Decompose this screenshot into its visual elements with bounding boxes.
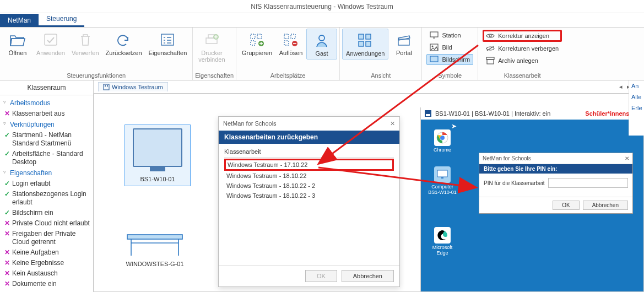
svg-rect-9 [284, 34, 289, 39]
exam-list-item[interactable]: Windows Testraum - 18.10.22 - 3 [224, 191, 394, 201]
svg-rect-26 [104, 84, 109, 90]
tree-item-label: Login erlaubt [12, 180, 50, 187]
printer-button: Drucker verbinden [195, 29, 228, 65]
hide-corrections-label: Korrekturen verbergen [498, 45, 559, 52]
group-label: Gruppieren [242, 50, 272, 56]
svg-rect-27 [105, 85, 106, 86]
dialog-close-icon[interactable]: ✕ [390, 120, 395, 127]
tree-item-label: Arbeitsfläche - Standard Desktop [12, 150, 83, 166]
check-icon: ✓ [3, 180, 11, 188]
device-workstation[interactable]: BS1-W10-01 [125, 125, 191, 186]
desktop-icon-chrome[interactable]: Chrome [426, 129, 458, 153]
classroom-tree: Arbeitsmodus✕Klassenarbeit ausVerknüpfun… [0, 95, 93, 292]
room-canvas[interactable]: BS1-W10-01 WINDOWSTES-G-01 NetMan for Sc… [94, 94, 644, 292]
eye-off-icon [486, 44, 495, 53]
station-button[interactable]: Station [426, 30, 473, 41]
svg-rect-17 [366, 41, 371, 46]
tree-item[interactable]: ✕Keine Ergebnisse [2, 258, 93, 268]
tree-item[interactable]: ✓Stationsbezogenes Login erlaubt [2, 189, 93, 208]
portal-label: Portal [396, 50, 412, 56]
tree-item-label: Bildschirm ein [12, 209, 53, 217]
clapboard-icon [395, 31, 413, 48]
tree-item[interactable]: ✓Bildschirm ein [2, 208, 93, 218]
tree-item[interactable]: ✓Login erlaubt [2, 179, 93, 189]
desktop-icon-computer[interactable]: Computer BS1-W10-01 [426, 166, 458, 195]
check-icon: ✓ [3, 190, 11, 198]
check-icon: ✓ [3, 209, 11, 217]
guest-label: Gast [315, 50, 328, 57]
right-panel-alle[interactable]: Alle [629, 91, 644, 102]
edge-label: Microsoft Edge [426, 245, 458, 256]
open-button[interactable]: Öffnen [2, 29, 33, 58]
pin-close-icon[interactable]: ✕ [625, 155, 629, 161]
svg-rect-0 [45, 34, 57, 45]
apps-button[interactable]: Anwendungen [342, 29, 388, 60]
document-tabs: Windows Testraum ◂ ▸ ✕ [94, 80, 644, 94]
screen-button[interactable]: Bildschirm [426, 54, 473, 65]
tree-group-title[interactable]: Arbeitsmodus [2, 98, 93, 109]
tree-item[interactable]: ✕Keine Aufgaben [2, 247, 93, 258]
ungroup-button[interactable]: Auflösen [275, 29, 306, 58]
svg-rect-14 [359, 34, 364, 39]
right-panel-erle[interactable]: Erle [629, 102, 644, 113]
group-symbole-label: Symbole [424, 71, 475, 80]
printer-plus-icon [203, 31, 220, 48]
hide-corrections-button[interactable]: Korrekturen verbergen [483, 43, 562, 54]
room-icon [103, 84, 110, 90]
reset-button[interactable]: Zurücksetzen [102, 29, 145, 58]
tree-item[interactable]: ✕Freigaben der Private Cloud getrennt [2, 229, 93, 247]
properties-button[interactable]: Eigenschaften [145, 29, 191, 58]
main-area: Windows Testraum ◂ ▸ ✕ BS1-W10-01 W [94, 80, 644, 292]
cursor-icon: ➤ [451, 122, 457, 130]
tree-item[interactable]: ✕Kein Austausch [2, 268, 93, 279]
tree-item[interactable]: ✓Arbeitsfläche - Standard Desktop [2, 149, 93, 167]
device-desk[interactable]: WINDOWSTES-G-01 [122, 232, 188, 267]
doc-tab-testraum[interactable]: Windows Testraum [98, 82, 168, 91]
show-correction-button[interactable]: Korrektur anzeigen [483, 30, 562, 42]
tree-group-title[interactable]: Verknüpfungen [2, 119, 93, 130]
tree-item[interactable]: ✓Startmenü - NetMan Standard Startmenü [2, 130, 93, 149]
tree-group-title[interactable]: Eigenschaften [2, 167, 93, 179]
tree-item-label: Keine Ergebnisse [12, 259, 64, 267]
tab-steuerung[interactable]: Steuerung [39, 12, 84, 27]
group-eigenschaften-label: Eigenschaften [195, 71, 234, 80]
device-ws-label: BS1-W10-01 [128, 176, 187, 182]
archive-button[interactable]: Archiv anlegen [483, 55, 562, 66]
ribbon: Öffnen Anwenden Verwerfen Zurücksetzen [0, 28, 644, 80]
tree-item[interactable]: ✕Private Cloud nicht erlaubt [2, 218, 93, 229]
ungroup-label: Auflösen [279, 50, 303, 56]
pin-cancel-button[interactable]: Abbrechen [583, 201, 628, 210]
svg-point-23 [489, 35, 491, 37]
group-arbeitsplaetze-label: Arbeitsplätze [239, 71, 337, 80]
portal-button[interactable]: Portal [388, 29, 419, 58]
printer-label: Drucker verbinden [198, 50, 225, 63]
image-button[interactable]: Bild [426, 42, 473, 53]
checklist-icon [159, 31, 176, 48]
dialog-cancel-button[interactable]: Abbrechen [342, 270, 394, 282]
tab-netman[interactable]: NetMan [0, 14, 39, 27]
tree-item-label: Dokumente ein [12, 280, 57, 288]
tree-item[interactable]: ✕Klassenarbeit aus [2, 109, 93, 119]
cross-icon: ✕ [3, 259, 11, 267]
guest-button[interactable]: Gast [306, 29, 337, 60]
dialog-ok-button[interactable]: OK [305, 270, 337, 282]
nav-prev-icon[interactable]: ◂ [619, 83, 623, 90]
dialog-frame-title: NetMan for Schools [223, 120, 277, 127]
cross-icon: ✕ [3, 269, 11, 278]
desktop-icon-edge[interactable]: Microsoft Edge [426, 227, 458, 256]
svg-rect-10 [291, 34, 295, 39]
pin-input[interactable] [548, 178, 628, 188]
exam-list-item[interactable]: Windows Testraum - 17.10.22 [224, 159, 394, 171]
screen-label: Bildschirm [442, 56, 470, 63]
svg-rect-6 [257, 34, 262, 39]
right-panel-an[interactable]: An [629, 80, 644, 91]
apps-icon [356, 31, 374, 49]
pin-ok-button[interactable]: OK [553, 201, 579, 210]
tree-item-label: Startmenü - NetMan Standard Startmenü [12, 131, 72, 147]
exam-list-item[interactable]: Windows Testraum - 18.10.22 [224, 171, 394, 181]
group-button[interactable]: Gruppieren [239, 29, 275, 58]
exam-list-item[interactable]: Windows Testraum - 18.10.22 - 2 [224, 181, 394, 191]
archive-icon [486, 56, 495, 65]
ungroup-icon [282, 31, 300, 48]
tree-item[interactable]: ✕Dokumente ein [2, 279, 93, 289]
